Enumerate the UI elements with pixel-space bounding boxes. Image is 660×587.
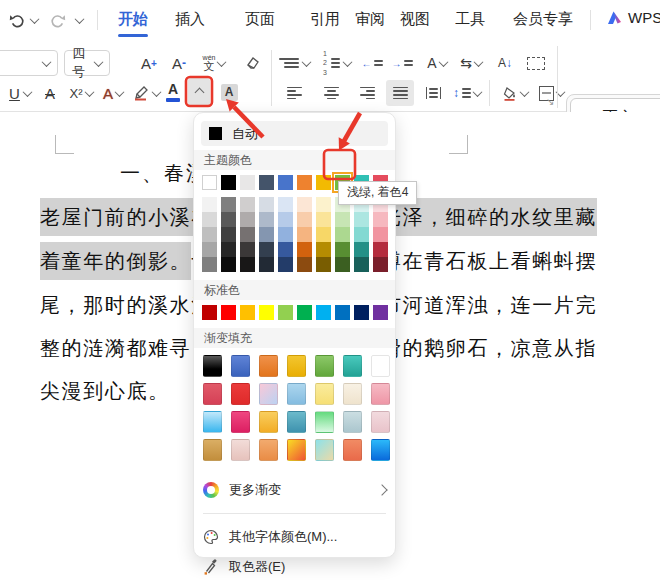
theme-variant-r3-c1[interactable]: [221, 242, 236, 257]
shading-button[interactable]: [498, 80, 532, 106]
color-picker-item[interactable]: 取色器(E): [203, 552, 386, 582]
bullet-list-button[interactable]: [281, 50, 313, 76]
strikethrough-button[interactable]: A: [38, 80, 62, 106]
theme-variant-r1-c7[interactable]: [335, 212, 350, 227]
theme-variant-r1-c6[interactable]: [316, 212, 331, 227]
tab-3[interactable]: 页面: [245, 10, 275, 29]
theme-variant-r4-c7[interactable]: [335, 257, 350, 272]
align-center-button[interactable]: [318, 80, 344, 106]
theme-variant-r4-c4[interactable]: [278, 257, 293, 272]
font-family-combo[interactable]: [0, 50, 58, 76]
standard-color-4[interactable]: [278, 305, 293, 320]
tab-1[interactable]: 开始: [118, 10, 148, 29]
theme-variant-r2-c8[interactable]: [354, 227, 369, 242]
standard-color-0[interactable]: [202, 305, 217, 320]
theme-variant-r1-c3[interactable]: [259, 212, 274, 227]
auto-color-item[interactable]: 自动: [201, 121, 388, 146]
gradient-r0-c3[interactable]: [287, 355, 306, 377]
align-right-button[interactable]: [354, 80, 380, 106]
line-spacing-button[interactable]: ↕: [450, 80, 484, 106]
theme-variant-r0-c0[interactable]: [202, 197, 217, 212]
theme-variant-r1-c8[interactable]: [354, 212, 369, 227]
superscript-button[interactable]: X²: [64, 80, 98, 106]
theme-variant-r3-c0[interactable]: [202, 242, 217, 257]
gradient-r3-c4[interactable]: [315, 439, 334, 461]
theme-color-6[interactable]: [316, 175, 331, 190]
theme-variant-r1-c1[interactable]: [221, 212, 236, 227]
increase-indent-button[interactable]: →: [389, 50, 415, 76]
theme-variant-r0-c4[interactable]: [278, 197, 293, 212]
gradient-r1-c6[interactable]: [371, 383, 390, 405]
theme-variant-r0-c1[interactable]: [221, 197, 236, 212]
align-left-button[interactable]: [281, 80, 307, 106]
theme-variant-r1-c9[interactable]: [373, 212, 388, 227]
gradient-r2-c5[interactable]: [343, 411, 362, 433]
gradient-r3-c3[interactable]: [287, 439, 306, 461]
other-font-color-item[interactable]: 其他字体颜色(M)...: [203, 522, 386, 552]
theme-variant-r3-c7[interactable]: [335, 242, 350, 257]
gradient-r1-c2[interactable]: [259, 383, 278, 405]
standard-color-1[interactable]: [221, 305, 236, 320]
undo-dropdown-chevron-icon[interactable]: [30, 14, 40, 24]
standard-color-2[interactable]: [240, 305, 255, 320]
theme-variant-r2-c5[interactable]: [297, 227, 312, 242]
theme-color-4[interactable]: [278, 175, 293, 190]
highlight-button[interactable]: [128, 80, 164, 106]
gradient-r2-c1[interactable]: [231, 411, 250, 433]
theme-variant-r2-c9[interactable]: [373, 227, 388, 242]
gradient-r0-c6[interactable]: [371, 355, 390, 377]
gradient-r1-c3[interactable]: [287, 383, 306, 405]
gradient-r0-c1[interactable]: [231, 355, 250, 377]
tab-2[interactable]: 插入: [175, 10, 205, 29]
theme-variant-r4-c3[interactable]: [259, 257, 274, 272]
pinyin-guide-button[interactable]: wén 文: [196, 48, 232, 78]
show-marks-button[interactable]: [523, 50, 549, 76]
theme-variant-r1-c4[interactable]: [278, 212, 293, 227]
font-color-dropdown-button[interactable]: [188, 78, 210, 106]
theme-variant-r3-c2[interactable]: [240, 242, 255, 257]
gradient-r0-c0[interactable]: [203, 355, 222, 377]
gradient-r3-c5[interactable]: [343, 439, 362, 461]
theme-variant-r2-c1[interactable]: [221, 227, 236, 242]
gradient-r2-c0[interactable]: [203, 411, 222, 433]
gradient-r1-c0[interactable]: [203, 383, 222, 405]
theme-variant-r3-c3[interactable]: [259, 242, 274, 257]
char-shading-button[interactable]: A: [216, 78, 242, 106]
tab-6[interactable]: 视图: [400, 10, 430, 29]
gradient-r0-c5[interactable]: [343, 355, 362, 377]
more-gradients-item[interactable]: 更多渐变: [203, 475, 386, 505]
theme-color-2[interactable]: [240, 175, 255, 190]
theme-variant-r3-c9[interactable]: [373, 242, 388, 257]
theme-color-1[interactable]: [221, 175, 236, 190]
style-scroll-arrow-icon[interactable]: ↘: [546, 96, 554, 107]
history-dropdown-chevron-icon[interactable]: [75, 14, 85, 24]
theme-color-5[interactable]: [297, 175, 312, 190]
tab-4[interactable]: 引用: [310, 10, 340, 29]
undo-button[interactable]: [6, 8, 28, 32]
standard-color-6[interactable]: [316, 305, 331, 320]
theme-variant-r2-c4[interactable]: [278, 227, 293, 242]
gradient-r2-c4[interactable]: [315, 411, 334, 433]
theme-variant-r0-c2[interactable]: [240, 197, 255, 212]
standard-color-8[interactable]: [354, 305, 369, 320]
gradient-r2-c2[interactable]: [259, 411, 278, 433]
theme-variant-r2-c3[interactable]: [259, 227, 274, 242]
font-color-button[interactable]: A: [160, 78, 186, 106]
gradient-r2-c6[interactable]: [371, 411, 390, 433]
increase-font-button[interactable]: A+: [136, 50, 162, 76]
theme-variant-r1-c5[interactable]: [297, 212, 312, 227]
justify-button[interactable]: [386, 80, 414, 106]
tab-7[interactable]: 工具: [455, 10, 485, 29]
redo-button[interactable]: [46, 8, 68, 32]
numbered-list-button[interactable]: 123: [321, 50, 353, 76]
gradient-r0-c2[interactable]: [259, 355, 278, 377]
theme-variant-r2-c6[interactable]: [316, 227, 331, 242]
standard-color-3[interactable]: [259, 305, 274, 320]
theme-variant-r4-c8[interactable]: [354, 257, 369, 272]
font-size-combo[interactable]: 四号: [64, 50, 110, 76]
sort-button[interactable]: A↓: [492, 50, 518, 76]
clear-format-button[interactable]: [238, 50, 264, 76]
theme-variant-r4-c9[interactable]: [373, 257, 388, 272]
gradient-r2-c3[interactable]: [287, 411, 306, 433]
theme-variant-r3-c6[interactable]: [316, 242, 331, 257]
